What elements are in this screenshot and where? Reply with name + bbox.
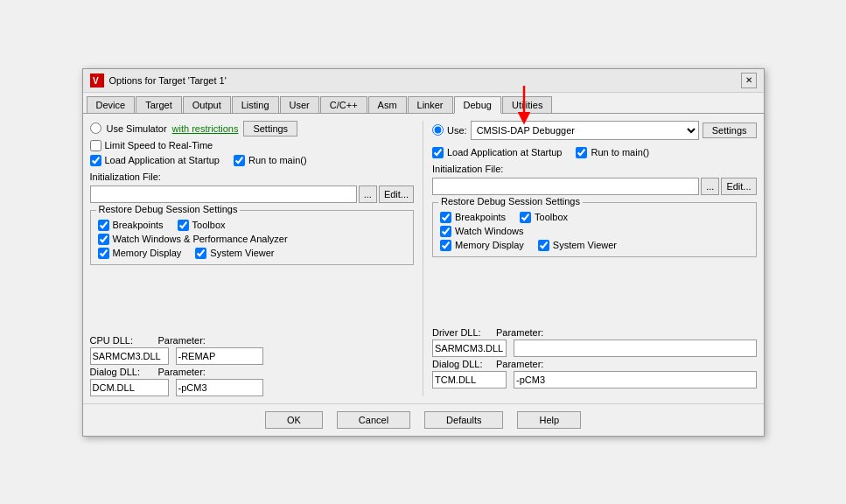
tab-linker[interactable]: Linker xyxy=(408,96,453,113)
right-dialog-dll-input[interactable] xyxy=(432,371,507,388)
use-debugger-radio[interactable] xyxy=(432,124,444,136)
limit-speed-checkbox[interactable] xyxy=(90,140,101,151)
right-load-app-checkbox[interactable] xyxy=(432,147,444,158)
left-dll-section: CPU DLL: Parameter: Dialog DLL: Paramete… xyxy=(90,335,415,396)
help-button[interactable]: Help xyxy=(517,411,581,429)
right-sysviewer-row: System Viewer xyxy=(538,240,617,251)
tab-target[interactable]: Target xyxy=(136,96,182,113)
title-bar-left: V Options for Target 'Target 1' xyxy=(90,74,227,88)
svg-text:V: V xyxy=(93,76,99,86)
right-watch-label: Watch Windows xyxy=(455,226,523,236)
right-run-main-label: Run to main() xyxy=(591,147,649,158)
cancel-button[interactable]: Cancel xyxy=(337,411,410,429)
left-dialog-param-label: Parameter: xyxy=(158,367,211,377)
left-init-file-input[interactable] xyxy=(90,186,357,203)
left-sysviewer-checkbox[interactable] xyxy=(195,248,206,259)
left-dialog-param-input[interactable] xyxy=(176,379,263,396)
left-cpu-param-input[interactable] xyxy=(176,347,263,365)
limit-speed-label: Limit Speed to Real-Time xyxy=(105,140,213,150)
tab-cpp[interactable]: C/C++ xyxy=(320,96,367,113)
left-load-app-label: Load Application at Startup xyxy=(105,155,220,165)
limit-speed-row: Limit Speed to Real-Time xyxy=(90,140,415,151)
left-breakpoints-checkbox[interactable] xyxy=(98,220,109,231)
tab-debug[interactable]: Debug xyxy=(454,96,501,114)
left-load-run-row: Load Application at Startup Run to main(… xyxy=(90,155,415,166)
right-dialog-dll-header: Dialog DLL: Parameter: xyxy=(432,359,757,369)
right-watch-checkbox[interactable] xyxy=(440,226,451,237)
app-icon: V xyxy=(90,74,104,88)
use-simulator-radio[interactable] xyxy=(90,122,101,134)
right-browse-button[interactable]: ... xyxy=(701,178,719,195)
right-driver-param-label: Parameter: xyxy=(496,327,544,338)
right-driver-dll-input[interactable] xyxy=(432,340,507,357)
left-load-app-checkbox[interactable] xyxy=(90,155,101,166)
tab-user[interactable]: User xyxy=(280,96,319,113)
right-dialog-param-input[interactable] xyxy=(514,371,757,388)
left-dialog-dll-input[interactable] xyxy=(90,379,169,396)
right-panel: Use: CMSIS-DAP Debugger Settings Load Ap… xyxy=(432,121,757,396)
left-settings-button[interactable]: Settings xyxy=(243,121,297,136)
left-breakpoints-row: Breakpoints xyxy=(98,220,164,231)
main-dialog: V Options for Target 'Target 1' ✕ Device… xyxy=(82,68,765,437)
left-run-main-label: Run to main() xyxy=(248,155,307,165)
right-memory-row: Memory Display xyxy=(440,240,524,251)
tab-asm[interactable]: Asm xyxy=(368,96,407,113)
tab-utilities[interactable]: Utilities xyxy=(502,96,552,113)
left-memory-checkbox[interactable] xyxy=(98,248,109,259)
right-sysviewer-checkbox[interactable] xyxy=(538,240,549,251)
bottom-buttons: OK Cancel Defaults Help xyxy=(83,403,764,436)
left-restore-group: Restore Debug Session Settings Breakpoin… xyxy=(90,210,415,265)
title-bar: V Options for Target 'Target 1' ✕ xyxy=(83,69,764,93)
right-run-main-checkbox[interactable] xyxy=(576,147,587,158)
debugger-select[interactable]: CMSIS-DAP Debugger xyxy=(471,121,699,140)
tab-output[interactable]: Output xyxy=(183,96,231,113)
left-edit-button[interactable]: Edit... xyxy=(379,186,414,203)
left-toolbox-label: Toolbox xyxy=(192,220,226,230)
left-memory-row: Memory Display xyxy=(98,248,182,259)
left-watch-label: Watch Windows & Performance Analyzer xyxy=(113,234,288,244)
use-label: Use: xyxy=(447,125,467,136)
right-driver-dll-header: Driver DLL: Parameter: xyxy=(432,327,757,338)
right-driver-param-input[interactable] xyxy=(514,340,757,357)
left-watch-checkbox[interactable] xyxy=(98,234,109,245)
left-toolbox-checkbox[interactable] xyxy=(178,220,189,231)
left-group-content: Breakpoints Toolbox Watch Windows & Perf… xyxy=(98,220,407,259)
right-group-content: Breakpoints Toolbox Watch Windows xyxy=(440,212,749,251)
right-toolbox-label: Toolbox xyxy=(535,212,568,222)
left-run-main-checkbox[interactable] xyxy=(234,155,245,166)
left-cpu-dll-label: CPU DLL: xyxy=(90,335,151,346)
left-toolbox-row: Toolbox xyxy=(178,220,226,231)
left-sysviewer-label: System Viewer xyxy=(210,248,274,258)
right-group-row3: Memory Display System Viewer xyxy=(440,240,749,251)
right-load-app-label: Load Application at Startup xyxy=(447,147,562,158)
right-load-app-row: Load Application at Startup xyxy=(432,147,562,158)
right-breakpoints-label: Breakpoints xyxy=(455,212,506,222)
defaults-button[interactable]: Defaults xyxy=(424,411,503,429)
tab-device[interactable]: Device xyxy=(87,96,136,113)
right-dialog-dll-label: Dialog DLL: xyxy=(432,359,489,369)
two-column-layout: Use Simulator with restrictions Settings… xyxy=(90,121,757,396)
right-breakpoints-checkbox[interactable] xyxy=(440,212,451,223)
right-memory-checkbox[interactable] xyxy=(440,240,451,251)
right-dialog-dll-row xyxy=(432,371,757,388)
use-simulator-label: Use Simulator xyxy=(107,123,167,134)
right-settings-button[interactable]: Settings xyxy=(703,122,757,138)
right-init-file-input[interactable] xyxy=(432,178,699,195)
left-dialog-dll-row xyxy=(90,379,415,396)
panel-separator xyxy=(423,121,423,396)
with-restrictions-link[interactable]: with restrictions xyxy=(172,123,239,134)
left-cpu-dll-input[interactable] xyxy=(90,347,169,365)
left-sysviewer-row: System Viewer xyxy=(195,248,274,259)
right-memory-label: Memory Display xyxy=(455,240,524,250)
right-run-main-row: Run to main() xyxy=(576,147,649,158)
left-cpu-dll-row xyxy=(90,347,415,365)
right-driver-dll-row xyxy=(432,340,757,357)
left-browse-button[interactable]: ... xyxy=(359,186,377,203)
right-edit-button[interactable]: Edit... xyxy=(721,178,756,195)
simulator-row: Use Simulator with restrictions Settings xyxy=(90,121,415,136)
right-dialog-param-label: Parameter: xyxy=(496,359,544,369)
ok-button[interactable]: OK xyxy=(265,411,323,429)
right-toolbox-checkbox[interactable] xyxy=(520,212,531,223)
tab-listing[interactable]: Listing xyxy=(232,96,279,113)
close-button[interactable]: ✕ xyxy=(741,73,757,88)
